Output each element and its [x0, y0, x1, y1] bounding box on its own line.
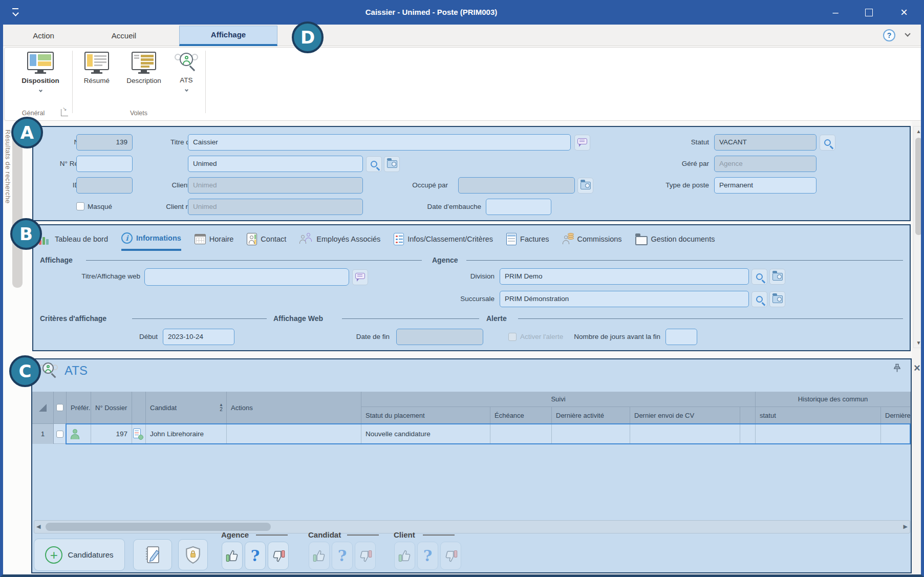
edit-note-button[interactable]	[133, 539, 172, 570]
horizontal-scrollbar[interactable]: ◀ ▶	[34, 520, 910, 533]
client-open-button[interactable]	[384, 156, 400, 172]
description-button[interactable]: Description	[118, 52, 169, 107]
client-question-button[interactable]: ?	[417, 542, 438, 570]
tab-factures[interactable]: Factures	[506, 227, 549, 251]
tab-employes-associes[interactable]: Employés Associés	[299, 227, 380, 251]
client-payeur-field[interactable]: Unimed	[188, 177, 363, 194]
row-select-cell[interactable]	[54, 424, 67, 444]
tab-action[interactable]: Action	[15, 26, 72, 46]
statut-search-button[interactable]	[820, 135, 835, 151]
vertical-scrollbar[interactable]: ▲ ▼	[913, 126, 924, 348]
ats-close-icon[interactable]: ×	[914, 361, 920, 375]
row-statut-placement-cell[interactable]: Nouvelle candidature	[361, 424, 490, 444]
date-fin-field[interactable]	[396, 329, 483, 345]
col-hist-statut[interactable]: statut	[756, 407, 881, 424]
resume-button[interactable]: Résumé	[76, 52, 117, 107]
maximize-button[interactable]	[857, 0, 880, 25]
row-candidat-cell[interactable]: John Librehoraire	[146, 424, 227, 444]
tab-horaire[interactable]: Horaire	[195, 227, 234, 251]
statut-field[interactable]: VACANT	[714, 134, 816, 151]
client-field[interactable]: Unimed	[188, 156, 363, 172]
disposition-button[interactable]: Disposition	[15, 52, 66, 107]
col-hist-derniere[interactable]: Dernière	[881, 407, 911, 424]
tab-contact[interactable]: Contact	[247, 227, 286, 251]
date-embauche-field[interactable]	[486, 199, 551, 215]
client-thumb-up-button[interactable]	[394, 542, 415, 570]
row-dernier-envoi-cell[interactable]	[630, 424, 740, 444]
search-results-dock-tab[interactable]: Résultats de recherche	[4, 130, 12, 204]
no-reference-field[interactable]	[76, 156, 133, 172]
col-empty[interactable]	[740, 407, 756, 424]
scroll-down-icon[interactable]: ▼	[914, 340, 923, 346]
titre-comment-button[interactable]	[574, 135, 590, 151]
scroll-left-icon[interactable]: ◀	[36, 523, 40, 530]
minimize-button[interactable]: –	[824, 0, 847, 25]
horizontal-scroll-thumb[interactable]	[46, 523, 271, 531]
select-all-checkbox[interactable]	[56, 404, 63, 411]
row-dossier-cell[interactable]: 197	[91, 424, 132, 444]
tab-gestion-documents[interactable]: Gestion documents	[635, 227, 715, 251]
col-derniere-activite[interactable]: Dernière activité	[552, 407, 630, 424]
succursale-open-button[interactable]	[769, 291, 785, 307]
row-hist-derniere-cell[interactable]	[881, 424, 911, 444]
agence-thumb-up-button[interactable]	[222, 542, 243, 570]
col-icon[interactable]	[132, 392, 146, 424]
succursale-field[interactable]: PRIM Démonstration	[500, 291, 749, 307]
candidat-thumb-down-button[interactable]	[355, 542, 376, 570]
division-search-button[interactable]	[751, 269, 767, 285]
succursale-search-button[interactable]	[751, 291, 767, 307]
id-export-field[interactable]	[76, 177, 133, 194]
scroll-up-icon[interactable]: ▲	[914, 129, 923, 134]
row-number[interactable]: 1	[32, 424, 54, 444]
tab-commissions[interactable]: Commissions	[563, 227, 622, 251]
titre-web-field[interactable]	[144, 268, 349, 286]
col-actions[interactable]: Actions	[227, 392, 361, 424]
row-echeance-cell[interactable]	[490, 424, 552, 444]
row-actions-cell[interactable]	[227, 424, 361, 444]
jours-field[interactable]	[665, 329, 697, 345]
col-candidat[interactable]: Candidat ▲ 2	[146, 392, 227, 424]
general-dialog-launcher-icon[interactable]	[61, 109, 68, 116]
pin-icon[interactable]	[893, 364, 901, 373]
vertical-scroll-thumb[interactable]	[915, 138, 922, 235]
table-corner-cell[interactable]	[32, 392, 54, 424]
client-receveur-field[interactable]: Unimed	[188, 199, 363, 215]
col-statut-placement[interactable]: Statut du placement	[361, 407, 490, 424]
row-prefere-cell[interactable]	[67, 424, 91, 444]
titre-web-comment-button[interactable]	[352, 269, 368, 285]
occupe-par-open-button[interactable]	[577, 178, 593, 194]
masque-checkbox[interactable]	[76, 202, 84, 210]
row-hist-statut-cell[interactable]	[756, 424, 881, 444]
col-echeance[interactable]: Échéance	[490, 407, 552, 424]
candidatures-button[interactable]: + Candidatures	[34, 539, 125, 571]
tab-tableau-de-bord[interactable]: Tableau de bord	[39, 227, 108, 251]
help-icon[interactable]: ?	[883, 29, 895, 41]
col-dossier[interactable]: N° Dossier	[91, 392, 132, 424]
row-empty-cell[interactable]	[740, 424, 756, 444]
tab-affichage[interactable]: Affichage	[179, 26, 277, 46]
select-all-header[interactable]	[54, 392, 67, 424]
division-open-button[interactable]	[769, 269, 785, 285]
tab-accueil[interactable]: Accueil	[91, 26, 157, 46]
close-button[interactable]: ×	[892, 0, 916, 25]
col-group-historique[interactable]: Historique des commun	[756, 392, 911, 407]
ribbon-collapse-chevron-icon[interactable]	[905, 31, 910, 36]
tab-informations[interactable]: i Informations	[121, 227, 181, 251]
division-field[interactable]: PRIM Demo	[500, 268, 749, 285]
activer-alerte-checkbox[interactable]	[508, 333, 517, 341]
occupe-par-field[interactable]	[458, 177, 575, 194]
row-icon-cell[interactable]	[132, 424, 146, 444]
dock-scroll-strip[interactable]	[12, 129, 23, 288]
no-poste-field[interactable]: 139	[76, 134, 133, 151]
ats-button[interactable]: ATS	[171, 52, 201, 107]
tab-infos-classement-criteres[interactable]: Infos/Classement/Critères	[394, 227, 493, 251]
row-derniere-activite-cell[interactable]	[552, 424, 630, 444]
row-checkbox[interactable]	[56, 431, 63, 438]
confidential-button[interactable]	[178, 539, 208, 570]
titre-poste-field[interactable]: Caissier	[188, 134, 571, 151]
agence-question-button[interactable]: ?	[245, 542, 266, 570]
client-search-button[interactable]	[366, 156, 382, 172]
scroll-right-icon[interactable]: ▶	[904, 523, 908, 530]
col-dernier-envoi-cv[interactable]: Dernier envoi de CV	[630, 407, 740, 424]
candidat-thumb-up-button[interactable]	[309, 542, 330, 570]
